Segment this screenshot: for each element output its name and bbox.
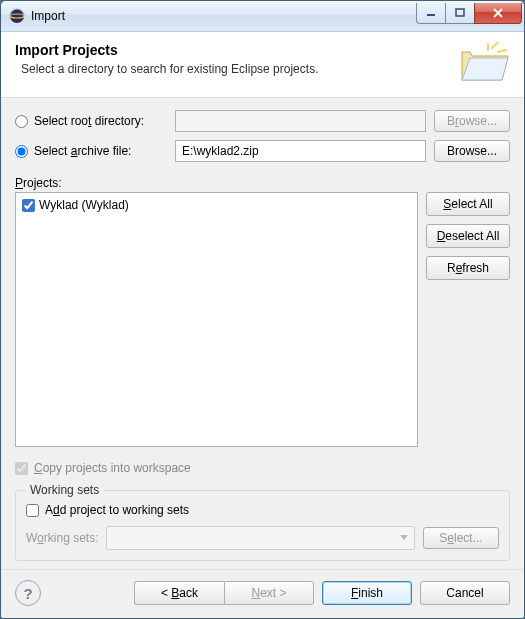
project-label: Wyklad (Wyklad)	[39, 198, 129, 212]
cancel-button[interactable]: Cancel	[420, 581, 510, 605]
add-to-working-sets-label: Add project to working sets	[45, 503, 189, 518]
working-sets-select-button: Select...	[423, 527, 499, 549]
titlebar[interactable]: Import	[1, 1, 524, 32]
wizard-header: Import Projects Select a directory to se…	[1, 32, 524, 98]
page-title: Import Projects	[15, 42, 318, 58]
copy-checkbox	[15, 462, 28, 475]
archive-file-radio[interactable]	[15, 145, 28, 158]
browse-root-button[interactable]: Browse...	[434, 110, 510, 132]
root-directory-input[interactable]	[175, 110, 426, 132]
eclipse-icon	[9, 8, 25, 24]
svg-rect-3	[456, 9, 464, 16]
wizard-buttons: < Back Next > Finish Cancel	[126, 581, 510, 605]
add-to-working-sets[interactable]: Add project to working sets	[26, 503, 499, 518]
copy-label: Copy projects into workspace	[34, 461, 191, 475]
project-checkbox[interactable]	[22, 199, 35, 212]
refresh-button[interactable]: Refresh	[426, 256, 510, 280]
projects-buttons: Select All Deselect All Refresh	[426, 192, 510, 447]
archive-file-option[interactable]: Select archive file:	[15, 144, 175, 158]
back-button[interactable]: < Back	[134, 581, 224, 605]
close-button[interactable]	[474, 3, 522, 24]
working-sets-legend: Working sets	[26, 483, 103, 497]
copy-into-workspace: Copy projects into workspace	[15, 461, 510, 475]
window-title: Import	[31, 9, 65, 23]
minimize-button[interactable]	[416, 3, 446, 24]
deselect-all-button[interactable]: Deselect All	[426, 224, 510, 248]
root-directory-radio[interactable]	[15, 115, 28, 128]
dialog-window: Import Import Projects Select a director…	[0, 0, 525, 619]
list-item[interactable]: Wyklad (Wyklad)	[22, 197, 411, 213]
window-controls	[417, 3, 522, 23]
next-button: Next >	[224, 581, 314, 605]
projects-label: Projects:	[15, 176, 510, 190]
browse-archive-button[interactable]: Browse...	[434, 140, 510, 162]
archive-file-row: Select archive file: Browse...	[15, 140, 510, 162]
maximize-button[interactable]	[445, 3, 475, 24]
working-sets-group: Working sets Add project to working sets…	[15, 483, 510, 561]
wizard-footer: ? < Back Next > Finish Cancel	[1, 569, 524, 618]
wizard-content: Select root directory: Browse... Select …	[1, 98, 524, 569]
projects-list[interactable]: Wyklad (Wyklad)	[15, 192, 418, 447]
projects-area: Wyklad (Wyklad) Select All Deselect All …	[15, 192, 510, 447]
help-icon[interactable]: ?	[15, 580, 41, 606]
import-folder-icon	[458, 42, 510, 89]
root-directory-row: Select root directory: Browse...	[15, 110, 510, 132]
working-sets-combo	[106, 526, 415, 550]
working-sets-combo-label: Working sets:	[26, 531, 106, 545]
working-sets-row: Working sets: Select...	[26, 526, 499, 550]
archive-file-label: Select archive file:	[34, 144, 131, 158]
root-directory-option[interactable]: Select root directory:	[15, 114, 175, 128]
page-subtitle: Select a directory to search for existin…	[15, 62, 318, 76]
add-to-working-sets-checkbox[interactable]	[26, 504, 39, 517]
select-all-button[interactable]: Select All	[426, 192, 510, 216]
finish-button[interactable]: Finish	[322, 581, 412, 605]
archive-file-input[interactable]	[175, 140, 426, 162]
root-directory-label: Select root directory:	[34, 114, 144, 128]
